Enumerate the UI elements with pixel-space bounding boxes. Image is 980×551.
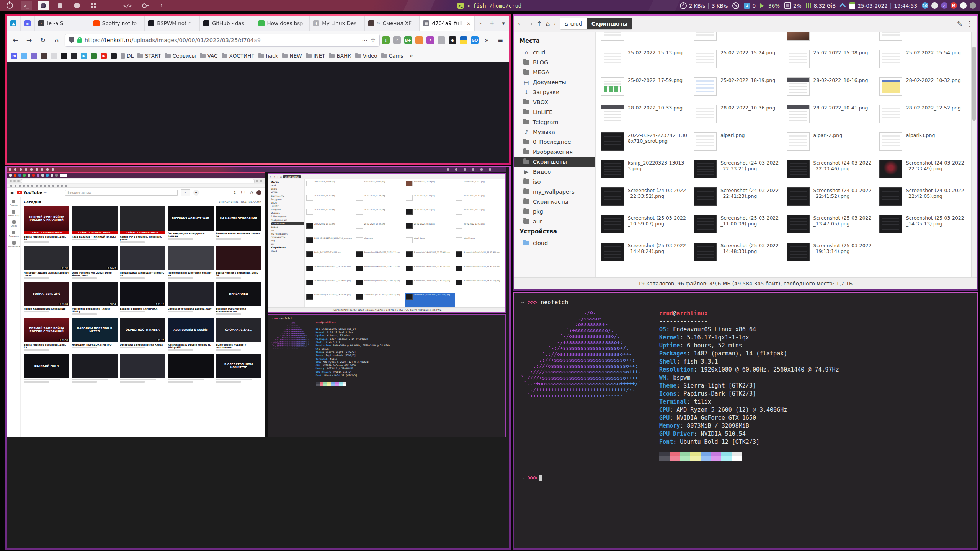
workspace-terminal[interactable]: >_ (21, 1, 32, 10)
bookmark-cams[interactable]: Cams (381, 53, 403, 59)
fm-scrollbar-thumb[interactable] (972, 47, 976, 120)
clock[interactable]: 25-03-2022|19:44:53 (849, 2, 917, 9)
download-manager-icon[interactable]: ↓ (382, 36, 390, 44)
tray-collapse-button[interactable] (840, 3, 845, 9)
file-item[interactable]: 28-02-2022_10-41.png (784, 101, 876, 129)
file-item[interactable]: alpari-2.png (784, 129, 876, 156)
file-item[interactable]: 25-02-2022_12-14.png (784, 32, 876, 46)
dnd-toggle[interactable] (732, 2, 739, 9)
tab-bspwm-not-r[interactable]: BSPWM not r (145, 16, 200, 31)
sidebar-item-my_wallpapers[interactable]: my_wallpapers (514, 187, 595, 197)
cpu-indicator[interactable]: 2% (784, 2, 801, 9)
tab-close-icon[interactable]: × (465, 21, 471, 26)
url-bar[interactable]: https://tenkoff.ru/uploads/images/00/00/… (65, 34, 380, 47)
tray-pin2-icon[interactable] (970, 2, 976, 9)
sidebar-item-linlife[interactable]: LinLIFE (514, 107, 595, 117)
file-item[interactable]: 28-02-2022_10-16.png (784, 73, 876, 101)
file-item[interactable]: Screenshot-(24-03-2022_22:33:21).png (691, 156, 783, 184)
workspace-file[interactable] (54, 1, 66, 10)
bookmark-ghost-icon[interactable] (51, 53, 57, 59)
file-item[interactable]: Screenshot-(24-03-2022_22:41:52).png (784, 184, 876, 211)
file-item[interactable]: 25-02-2022_18-19.png (691, 73, 783, 101)
fm-back-button[interactable]: ← (518, 20, 523, 28)
network-speed[interactable]: 2 KB/s|3 KB/s (680, 2, 728, 9)
bookmark-star-icon[interactable]: ☆ (371, 37, 376, 43)
video-card[interactable]: Сборка и установка дверец XOW (168, 282, 213, 315)
file-item[interactable]: Screenshot-(24-03-2022_22:42:05).png (876, 184, 969, 211)
all-tabs-dropdown-icon[interactable]: ▾ (498, 16, 509, 31)
bplus-extension-icon[interactable]: B+ (404, 36, 412, 44)
workspace-code[interactable]: </> (122, 1, 133, 10)
tray-mega-icon[interactable]: M (951, 2, 957, 9)
bookmark-telegram-icon[interactable]: ▶ (81, 53, 87, 59)
breadcrumb-scroll-icon[interactable]: ‹ (554, 21, 556, 27)
video-card[interactable]: СЛОМАН. С ЗАЕ…Было-сервис Лудоро + посто… (216, 318, 261, 351)
workspace-image[interactable] (105, 1, 116, 10)
bookmark-inet[interactable]: INET (306, 53, 325, 59)
video-card[interactable]: ИНАСРАНЕЦВеликий Мага устроил мошенничес… (216, 282, 261, 315)
file-item[interactable]: Screenshot-(25-03-2022_10:59:07).png (598, 211, 691, 239)
file-item[interactable]: Screenshot-(25-03-2022_14:35:13).png (876, 211, 969, 239)
terminal-content[interactable]: ~ >>> neofetch ./o. ./sssso- `:osssssss+… (514, 293, 977, 548)
reload-button[interactable]: ↻ (37, 34, 49, 46)
bookmark-github-icon[interactable] (61, 53, 67, 59)
video-card[interactable]: В СЛЕДСТВЕННОМ КОМИТЕТЕ (216, 354, 261, 383)
hamburger-menu-icon[interactable]: ≡ (495, 34, 506, 46)
bookmark-mastodon-icon[interactable]: m (11, 53, 17, 59)
bookmark-video[interactable]: Video (355, 53, 377, 59)
video-card[interactable]: ВОЙНА. день 29/21:09:04майор Красноярцев… (24, 282, 69, 315)
sidebar-item-pkg[interactable]: pkg (514, 207, 595, 217)
tab-le-a-s[interactable]: ‹le -a S (35, 16, 90, 31)
toolbar-overflow-icon[interactable]: » (481, 34, 492, 46)
video-card[interactable]: 1:33:12Байден в Европе | АМЕРИКА (120, 282, 165, 315)
tab-d704a9_full-p[interactable]: ▦d704a9_full.p× (420, 16, 475, 31)
video-card[interactable]: Продавщица запрещает снимать на (120, 246, 165, 279)
bookmark-сервисы[interactable]: Сервисы (165, 53, 196, 59)
link-go-extension-icon[interactable]: GO (471, 36, 479, 44)
sidebar-item-скриншоты[interactable]: Скриншоты (514, 157, 595, 167)
video-card[interactable] (120, 354, 165, 383)
breadcrumb-current[interactable]: Скриншоты (587, 18, 632, 29)
file-item[interactable]: 25-02-2022_02-43.png (691, 32, 783, 46)
sidebar-item-видео[interactable]: ▶Видео (514, 167, 595, 177)
sidebar-item-скринкасты[interactable]: Скринкасты (514, 197, 595, 207)
video-card[interactable]: Пригожинские шестёрки бегают по (168, 246, 213, 279)
tracking-shield-icon[interactable] (69, 37, 74, 43)
bookmark-element-icon[interactable] (21, 53, 27, 59)
workspace-key[interactable] (139, 1, 150, 10)
file-item[interactable]: 28-02-2022_12-52.png (876, 101, 969, 129)
page-content[interactable] (7, 62, 509, 163)
file-item[interactable]: 25-02-2022_15-13.png (598, 46, 691, 73)
bookmark-dark-icon[interactable] (111, 53, 117, 59)
file-item[interactable]: Screenshot-(24-03-2022_22:41:23).png (691, 184, 783, 211)
file-item[interactable]: 25-02-2022_15-54.png (876, 46, 969, 73)
video-card[interactable]: ПРЯМОЙ ЭФИР ВОЙНА РОССИИ С УКРАИНОЙ1:59:… (24, 318, 69, 351)
video-card[interactable]: ВЕЛИКИЙ МАГА (24, 354, 69, 383)
video-card[interactable]: ПРЯМОЙ ЭФИР ВОЙНА РОССИИ С УКРАИНОЙСЕЙЧА… (24, 206, 69, 243)
sneaker-extension-icon[interactable] (438, 36, 445, 44)
sidebar-item-mega[interactable]: MEGA (514, 67, 595, 77)
file-item[interactable]: Screenshot-(25-03-2022_14:48:24).png (598, 239, 691, 266)
video-card[interactable]: НА КАКОМ ОСНОВАНИИЛегенда канал мошенник… (216, 206, 261, 243)
tab-github-dasj[interactable]: GitHub - dasJ (200, 16, 255, 31)
back-button[interactable]: ← (10, 34, 21, 46)
workspace-firefox[interactable] (38, 1, 49, 10)
updates-indicator[interactable]: ↓ 0 (744, 3, 756, 9)
file-item[interactable]: 28-02-2022_10-36.png (691, 101, 783, 129)
file-item[interactable]: alpari.png (691, 129, 783, 156)
video-card[interactable]: Война России с Украиной. День 29 (216, 246, 261, 279)
tray-shield-check-icon[interactable]: ✓ (941, 2, 947, 9)
file-item[interactable]: Screenshot-(25-03-2022_14:48:33).png (691, 239, 783, 266)
video-card[interactable]: RUSSIANS AGAINST WARОксимирон дал концер… (168, 206, 213, 243)
fm-up-button[interactable]: ↑ (537, 20, 542, 28)
tab-scroll-right-icon[interactable]: › (475, 16, 486, 31)
sidebar-item-vbox[interactable]: VBOX (514, 97, 595, 107)
muted-speaker-icon[interactable]: ∅ (377, 21, 380, 25)
breadcrumb-home[interactable]: ⌂ crud (560, 18, 587, 29)
tab-how-does-bsp[interactable]: How does bsp (255, 16, 310, 31)
pinned-arch-tab[interactable]: ▲ (7, 16, 21, 31)
bookmark-green-icon[interactable] (91, 53, 97, 59)
dark-swirl-extension-icon[interactable]: e (449, 36, 456, 44)
bookmark-hack[interactable]: hack (258, 53, 278, 59)
edit-path-icon[interactable]: ✎ (957, 20, 962, 28)
